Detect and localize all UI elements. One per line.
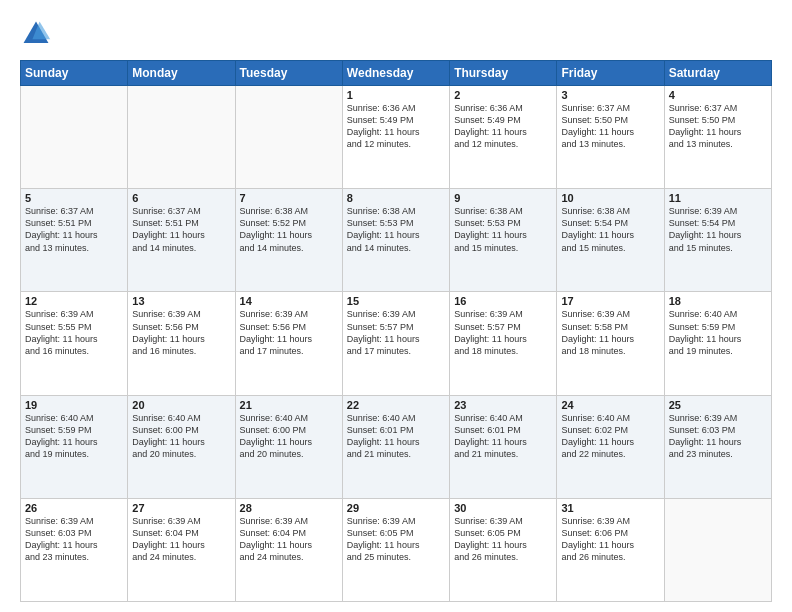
day-info: Sunrise: 6:40 AM Sunset: 6:02 PM Dayligh…: [561, 412, 659, 461]
day-cell-22: 22Sunrise: 6:40 AM Sunset: 6:01 PM Dayli…: [342, 395, 449, 498]
day-info: Sunrise: 6:40 AM Sunset: 6:01 PM Dayligh…: [347, 412, 445, 461]
day-cell-6: 6Sunrise: 6:37 AM Sunset: 5:51 PM Daylig…: [128, 189, 235, 292]
day-info: Sunrise: 6:40 AM Sunset: 6:01 PM Dayligh…: [454, 412, 552, 461]
week-row-2: 5Sunrise: 6:37 AM Sunset: 5:51 PM Daylig…: [21, 189, 772, 292]
header: [20, 18, 772, 50]
day-cell-7: 7Sunrise: 6:38 AM Sunset: 5:52 PM Daylig…: [235, 189, 342, 292]
day-number: 28: [240, 502, 338, 514]
day-number: 17: [561, 295, 659, 307]
week-row-1: 1Sunrise: 6:36 AM Sunset: 5:49 PM Daylig…: [21, 86, 772, 189]
day-number: 23: [454, 399, 552, 411]
day-info: Sunrise: 6:40 AM Sunset: 6:00 PM Dayligh…: [240, 412, 338, 461]
day-info: Sunrise: 6:39 AM Sunset: 6:04 PM Dayligh…: [240, 515, 338, 564]
day-number: 20: [132, 399, 230, 411]
day-cell-2: 2Sunrise: 6:36 AM Sunset: 5:49 PM Daylig…: [450, 86, 557, 189]
day-number: 19: [25, 399, 123, 411]
day-info: Sunrise: 6:37 AM Sunset: 5:51 PM Dayligh…: [132, 205, 230, 254]
logo: [20, 18, 56, 50]
empty-cell: [21, 86, 128, 189]
day-info: Sunrise: 6:38 AM Sunset: 5:54 PM Dayligh…: [561, 205, 659, 254]
day-info: Sunrise: 6:37 AM Sunset: 5:51 PM Dayligh…: [25, 205, 123, 254]
empty-cell: [235, 86, 342, 189]
day-cell-14: 14Sunrise: 6:39 AM Sunset: 5:56 PM Dayli…: [235, 292, 342, 395]
day-number: 16: [454, 295, 552, 307]
day-number: 25: [669, 399, 767, 411]
day-number: 15: [347, 295, 445, 307]
day-number: 18: [669, 295, 767, 307]
day-info: Sunrise: 6:39 AM Sunset: 6:05 PM Dayligh…: [454, 515, 552, 564]
day-cell-13: 13Sunrise: 6:39 AM Sunset: 5:56 PM Dayli…: [128, 292, 235, 395]
day-info: Sunrise: 6:40 AM Sunset: 5:59 PM Dayligh…: [669, 308, 767, 357]
day-info: Sunrise: 6:37 AM Sunset: 5:50 PM Dayligh…: [561, 102, 659, 151]
weekday-sunday: Sunday: [21, 61, 128, 86]
day-number: 24: [561, 399, 659, 411]
day-cell-15: 15Sunrise: 6:39 AM Sunset: 5:57 PM Dayli…: [342, 292, 449, 395]
day-cell-18: 18Sunrise: 6:40 AM Sunset: 5:59 PM Dayli…: [664, 292, 771, 395]
day-number: 6: [132, 192, 230, 204]
weekday-friday: Friday: [557, 61, 664, 86]
day-number: 31: [561, 502, 659, 514]
weekday-saturday: Saturday: [664, 61, 771, 86]
week-row-3: 12Sunrise: 6:39 AM Sunset: 5:55 PM Dayli…: [21, 292, 772, 395]
day-cell-12: 12Sunrise: 6:39 AM Sunset: 5:55 PM Dayli…: [21, 292, 128, 395]
day-number: 2: [454, 89, 552, 101]
weekday-header-row: SundayMondayTuesdayWednesdayThursdayFrid…: [21, 61, 772, 86]
day-info: Sunrise: 6:36 AM Sunset: 5:49 PM Dayligh…: [347, 102, 445, 151]
day-number: 27: [132, 502, 230, 514]
day-cell-19: 19Sunrise: 6:40 AM Sunset: 5:59 PM Dayli…: [21, 395, 128, 498]
page: SundayMondayTuesdayWednesdayThursdayFrid…: [0, 0, 792, 612]
day-info: Sunrise: 6:39 AM Sunset: 5:57 PM Dayligh…: [347, 308, 445, 357]
day-number: 13: [132, 295, 230, 307]
day-info: Sunrise: 6:39 AM Sunset: 5:57 PM Dayligh…: [454, 308, 552, 357]
day-info: Sunrise: 6:40 AM Sunset: 6:00 PM Dayligh…: [132, 412, 230, 461]
day-cell-24: 24Sunrise: 6:40 AM Sunset: 6:02 PM Dayli…: [557, 395, 664, 498]
day-info: Sunrise: 6:36 AM Sunset: 5:49 PM Dayligh…: [454, 102, 552, 151]
week-row-5: 26Sunrise: 6:39 AM Sunset: 6:03 PM Dayli…: [21, 498, 772, 601]
day-cell-16: 16Sunrise: 6:39 AM Sunset: 5:57 PM Dayli…: [450, 292, 557, 395]
day-cell-4: 4Sunrise: 6:37 AM Sunset: 5:50 PM Daylig…: [664, 86, 771, 189]
day-number: 10: [561, 192, 659, 204]
day-cell-28: 28Sunrise: 6:39 AM Sunset: 6:04 PM Dayli…: [235, 498, 342, 601]
day-cell-30: 30Sunrise: 6:39 AM Sunset: 6:05 PM Dayli…: [450, 498, 557, 601]
day-cell-9: 9Sunrise: 6:38 AM Sunset: 5:53 PM Daylig…: [450, 189, 557, 292]
day-cell-8: 8Sunrise: 6:38 AM Sunset: 5:53 PM Daylig…: [342, 189, 449, 292]
weekday-thursday: Thursday: [450, 61, 557, 86]
day-number: 7: [240, 192, 338, 204]
day-cell-10: 10Sunrise: 6:38 AM Sunset: 5:54 PM Dayli…: [557, 189, 664, 292]
day-number: 3: [561, 89, 659, 101]
day-number: 5: [25, 192, 123, 204]
weekday-wednesday: Wednesday: [342, 61, 449, 86]
day-number: 14: [240, 295, 338, 307]
day-info: Sunrise: 6:39 AM Sunset: 5:58 PM Dayligh…: [561, 308, 659, 357]
day-cell-27: 27Sunrise: 6:39 AM Sunset: 6:04 PM Dayli…: [128, 498, 235, 601]
day-number: 30: [454, 502, 552, 514]
day-cell-17: 17Sunrise: 6:39 AM Sunset: 5:58 PM Dayli…: [557, 292, 664, 395]
day-info: Sunrise: 6:39 AM Sunset: 6:05 PM Dayligh…: [347, 515, 445, 564]
day-cell-5: 5Sunrise: 6:37 AM Sunset: 5:51 PM Daylig…: [21, 189, 128, 292]
day-cell-11: 11Sunrise: 6:39 AM Sunset: 5:54 PM Dayli…: [664, 189, 771, 292]
empty-cell: [664, 498, 771, 601]
day-number: 12: [25, 295, 123, 307]
day-info: Sunrise: 6:39 AM Sunset: 5:56 PM Dayligh…: [240, 308, 338, 357]
day-cell-23: 23Sunrise: 6:40 AM Sunset: 6:01 PM Dayli…: [450, 395, 557, 498]
day-number: 21: [240, 399, 338, 411]
day-info: Sunrise: 6:39 AM Sunset: 5:56 PM Dayligh…: [132, 308, 230, 357]
day-number: 4: [669, 89, 767, 101]
day-cell-3: 3Sunrise: 6:37 AM Sunset: 5:50 PM Daylig…: [557, 86, 664, 189]
day-info: Sunrise: 6:39 AM Sunset: 6:03 PM Dayligh…: [669, 412, 767, 461]
day-number: 11: [669, 192, 767, 204]
day-number: 1: [347, 89, 445, 101]
day-info: Sunrise: 6:38 AM Sunset: 5:52 PM Dayligh…: [240, 205, 338, 254]
weekday-tuesday: Tuesday: [235, 61, 342, 86]
day-info: Sunrise: 6:38 AM Sunset: 5:53 PM Dayligh…: [347, 205, 445, 254]
day-info: Sunrise: 6:37 AM Sunset: 5:50 PM Dayligh…: [669, 102, 767, 151]
day-number: 22: [347, 399, 445, 411]
day-number: 26: [25, 502, 123, 514]
day-info: Sunrise: 6:39 AM Sunset: 6:04 PM Dayligh…: [132, 515, 230, 564]
day-info: Sunrise: 6:39 AM Sunset: 5:55 PM Dayligh…: [25, 308, 123, 357]
logo-icon: [20, 18, 52, 50]
day-info: Sunrise: 6:39 AM Sunset: 5:54 PM Dayligh…: [669, 205, 767, 254]
day-number: 8: [347, 192, 445, 204]
day-cell-20: 20Sunrise: 6:40 AM Sunset: 6:00 PM Dayli…: [128, 395, 235, 498]
day-cell-1: 1Sunrise: 6:36 AM Sunset: 5:49 PM Daylig…: [342, 86, 449, 189]
